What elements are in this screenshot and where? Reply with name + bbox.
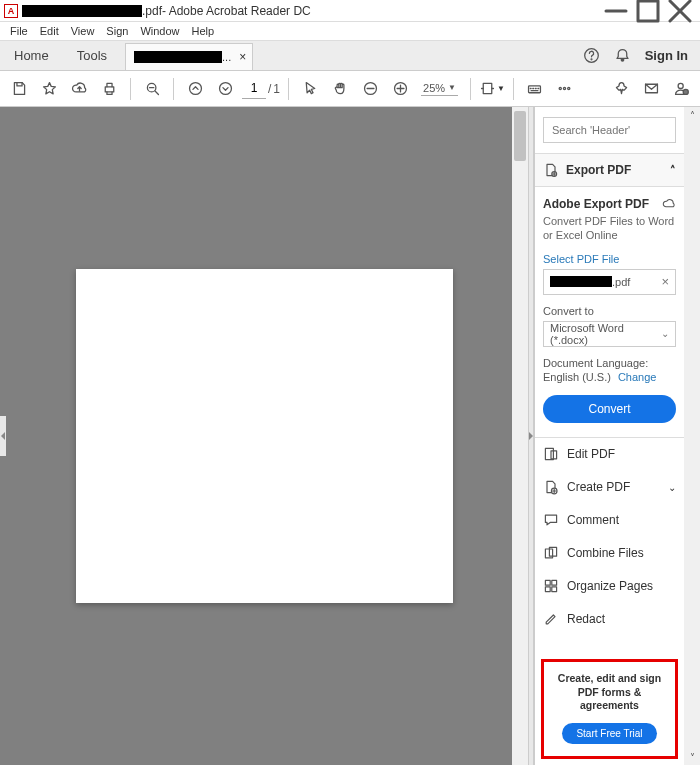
toolbar: / 1 25%▼ ▼ (0, 71, 700, 107)
tool-redact[interactable]: Redact (535, 603, 684, 636)
tool-comment[interactable]: Comment (535, 504, 684, 537)
svg-point-10 (189, 83, 201, 95)
title-app-name: - Adobe Acrobat Reader DC (162, 4, 311, 18)
svg-point-28 (678, 83, 683, 88)
zoom-out-icon[interactable] (357, 76, 383, 102)
cloud-upload-icon[interactable] (66, 76, 92, 102)
page-total: 1 (273, 82, 280, 96)
tab-bar: Home Tools ... × Sign In (0, 41, 700, 71)
minimize-button[interactable] (600, 0, 632, 22)
page-current-input[interactable] (242, 79, 266, 99)
chevron-down-icon: ⌄ (661, 328, 669, 339)
panel-scrollbar[interactable]: ˄ ˅ (684, 107, 700, 765)
tab-doc-name-redacted (134, 51, 222, 63)
chevron-up-icon: ˄ (670, 164, 676, 177)
svg-rect-17 (483, 83, 492, 93)
menu-edit[interactable]: Edit (34, 25, 65, 37)
menu-bar: File Edit View Sign Window Help (0, 22, 700, 41)
file-name-redacted (550, 276, 612, 287)
export-pdf-body: Adobe Export PDF Convert PDF Files to Wo… (535, 187, 684, 438)
svg-point-26 (568, 87, 570, 89)
keyboard-icon[interactable] (522, 76, 548, 102)
close-window-button[interactable] (664, 0, 696, 22)
app-icon: A (4, 4, 18, 18)
stamp-icon[interactable] (608, 76, 634, 102)
menu-help[interactable]: Help (186, 25, 221, 37)
title-filename-suffix: .pdf (142, 4, 162, 18)
bell-icon[interactable] (614, 47, 631, 64)
svg-rect-6 (105, 87, 114, 92)
start-trial-button[interactable]: Start Free Trial (562, 723, 656, 744)
convert-button[interactable]: Convert (543, 395, 676, 423)
pdf-page (76, 269, 453, 603)
clear-file-icon[interactable]: × (661, 274, 669, 289)
doc-language-label: Document Language: (543, 357, 676, 369)
svg-rect-39 (552, 587, 557, 592)
svg-rect-37 (552, 580, 557, 585)
chevron-down-icon: ⌄ (668, 482, 676, 493)
fit-width-icon[interactable]: ▼ (479, 76, 505, 102)
convert-format-dropdown[interactable]: Microsoft Word (*.docx) ⌄ (543, 321, 676, 347)
trial-promo: Create, edit and sign PDF forms & agreem… (541, 659, 678, 759)
mail-icon[interactable] (638, 76, 664, 102)
tool-list: Edit PDF Create PDF⌄ Comment Combine Fil… (535, 438, 684, 655)
menu-view[interactable]: View (65, 25, 101, 37)
selected-file-field[interactable]: .pdf × (543, 269, 676, 295)
svg-point-24 (560, 87, 562, 89)
save-icon[interactable] (6, 76, 32, 102)
export-pdf-header[interactable]: Export PDF ˄ (535, 153, 684, 187)
select-pdf-link[interactable]: Select PDF File (543, 253, 676, 265)
title-filename-redacted (22, 5, 142, 17)
export-sub: Convert PDF Files to Word or Excel Onlin… (543, 214, 676, 243)
maximize-button[interactable] (632, 0, 664, 22)
tab-doc-suffix: ... (222, 51, 231, 63)
svg-rect-18 (529, 86, 541, 93)
more-icon[interactable] (552, 76, 578, 102)
svg-point-25 (564, 87, 566, 89)
svg-point-29 (683, 89, 688, 94)
zoom-dropdown[interactable]: 25%▼ (421, 82, 458, 96)
print-icon[interactable] (96, 76, 122, 102)
tool-combine-files[interactable]: Combine Files (535, 537, 684, 570)
zoom-in-icon[interactable] (387, 76, 413, 102)
scroll-up-icon[interactable]: ˄ (684, 107, 700, 123)
workspace: Export PDF ˄ Adobe Export PDF Convert PD… (0, 107, 700, 765)
page-down-icon[interactable] (212, 76, 238, 102)
svg-line-8 (155, 91, 158, 94)
document-viewport[interactable] (0, 107, 528, 765)
menu-file[interactable]: File (4, 25, 34, 37)
star-icon[interactable] (36, 76, 62, 102)
document-scrollbar[interactable] (512, 107, 528, 765)
svg-point-5 (591, 58, 592, 59)
svg-rect-1 (638, 1, 658, 21)
scroll-down-icon[interactable]: ˅ (684, 749, 700, 765)
tool-organize-pages[interactable]: Organize Pages (535, 570, 684, 603)
share-user-icon[interactable] (668, 76, 694, 102)
tool-create-pdf[interactable]: Create PDF⌄ (535, 471, 684, 504)
help-icon[interactable] (583, 47, 600, 64)
tools-search-input[interactable] (543, 117, 676, 143)
hand-tool-icon[interactable] (327, 76, 353, 102)
promo-text: Create, edit and sign PDF forms & agreem… (550, 672, 669, 713)
tool-edit-pdf[interactable]: Edit PDF (535, 438, 684, 471)
tools-panel: Export PDF ˄ Adobe Export PDF Convert PD… (534, 107, 684, 765)
page-up-icon[interactable] (182, 76, 208, 102)
page-indicator: / 1 (242, 79, 280, 99)
svg-rect-31 (545, 448, 553, 459)
zoom-out-tool-icon[interactable] (139, 76, 165, 102)
menu-sign[interactable]: Sign (100, 25, 134, 37)
sign-in-link[interactable]: Sign In (645, 48, 688, 63)
svg-point-11 (219, 83, 231, 95)
menu-window[interactable]: Window (134, 25, 185, 37)
change-language-link[interactable]: Change (618, 371, 657, 383)
convert-to-label: Convert to (543, 305, 676, 317)
export-title: Adobe Export PDF (543, 197, 649, 211)
tab-close-icon[interactable]: × (239, 50, 246, 64)
tab-document[interactable]: ... × (125, 43, 253, 70)
left-panel-toggle[interactable] (0, 416, 6, 456)
svg-rect-36 (545, 580, 550, 585)
svg-rect-38 (545, 587, 550, 592)
select-tool-icon[interactable] (297, 76, 323, 102)
tab-home[interactable]: Home (0, 40, 63, 70)
tab-tools[interactable]: Tools (63, 40, 121, 70)
